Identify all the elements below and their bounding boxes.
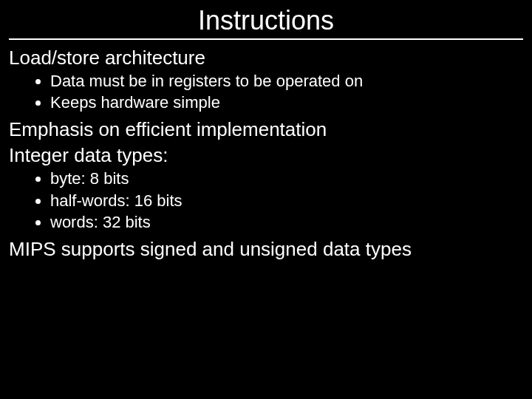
slide-title: Instructions: [9, 6, 523, 35]
subpoint-words: words: 32 bits: [50, 212, 523, 233]
sublist-load-store: Data must be in registers to be operated…: [9, 71, 523, 113]
subpoint-hardware-simple: Keeps hardware simple: [50, 92, 523, 113]
point-load-store: Load/store architecture: [9, 46, 523, 70]
slide: Instructions Load/store architecture Dat…: [0, 0, 532, 399]
subpoint-byte: byte: 8 bits: [50, 168, 523, 189]
subpoint-half-words: half-words: 16 bits: [50, 191, 523, 211]
slide-body: Load/store architecture Data must be in …: [9, 46, 523, 262]
point-efficient-impl: Emphasis on efficient implementation: [9, 117, 523, 142]
sublist-integer-types: byte: 8 bits half-words: 16 bits words: …: [9, 168, 523, 232]
title-underline: [9, 38, 523, 40]
point-signed-unsigned: MIPS supports signed and unsigned data t…: [9, 237, 523, 262]
point-integer-types: Integer data types:: [9, 143, 523, 168]
subpoint-registers: Data must be in registers to be operated…: [50, 71, 523, 92]
